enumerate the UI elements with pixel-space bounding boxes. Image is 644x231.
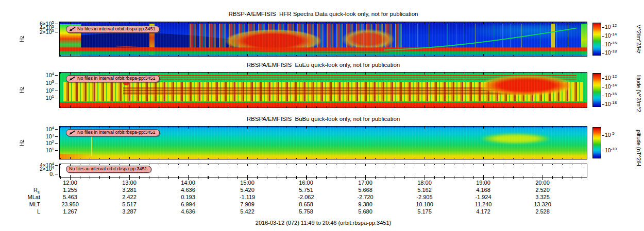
ephemeris-row-values: 1.2553.2814.6365.4205.7515.6685.1624.168… [59,187,587,194]
colorbar-ticks-eueu: 10-1210-1410-1610-18 [602,73,632,107]
y-axis-title-hz: Hz [19,22,26,57]
figure-footer: 2016-03-12 (072) 11:49 to 20:46 (orbit:r… [59,220,587,226]
ephemeris-value: 7.909 [217,201,277,207]
spectrogram-eueu: No files in interval orbit:rbspa-pp:3451 [59,72,587,108]
colorbar-hfr [592,23,601,56]
y-tick-label: 103 [46,133,58,139]
time-tick-label: 13:00 [99,180,159,186]
time-tick-label: 20:00 [513,180,572,186]
colorbar-tick-label: 10-12 [602,24,617,30]
y-tick-label: 2×105 [40,29,58,35]
ephemeris-value: -1.119 [217,194,277,200]
ephemeris-value: 9.380 [335,201,395,207]
badge-text: No files in interval orbit:rbspa-pp:3451 [77,76,156,81]
badge-text: No files in interval orbit:rbspa-pp:3451 [69,166,147,172]
ephemeris-value: -2.720 [335,194,395,200]
colorbar-eueu [592,73,601,107]
emfisis-quicklook-figure: RBSP-A/EMFISIS HFR Spectra Data quick-lo… [0,0,644,231]
ephemeris-value: 5.463 [40,194,100,200]
colorbar-tick-label: 10-18 [602,49,617,56]
ephemeris-value: 8.658 [276,201,336,207]
ephemeris-row: L 1.2673.2874.6365.4225.7585.6805.1754.1… [0,208,644,216]
y-axis-title-hz: Hz [19,126,26,159]
time-tick-label: 17:00 [335,180,395,186]
y-tick-label: 104 [46,72,58,78]
ephemeris-value: 5.175 [395,208,454,215]
y-tick-label: 103 [46,80,58,86]
colorbar-unit-hfr: V^2/m^2/Hz [634,22,642,57]
y-tick-label: 102 [46,87,58,94]
badge-text: No files in interval orbit:rbspa-pp:3451 [77,130,156,135]
ephemeris-row-values: 5.4632.4220.193-1.119-2.062-2.720-2.905-… [59,194,587,201]
colorbar-unit-bubu: plitude (nT^2/H [634,123,642,172]
panel-title-bubu: RBSPA/EMFISIS BuBu quick-look only, not … [59,116,587,122]
no-files-badge: No files in interval orbit:rbspa-pp:3451 [66,129,160,136]
no-files-badge: No files in interval orbit:rbspa-pp:3451 [66,75,160,82]
y-tick-label: 101 [46,95,58,101]
ephemeris-value: 4.172 [453,208,513,215]
ephemeris-value: 2.528 [513,208,572,215]
colorbar-bubu [592,127,601,158]
time-axis-labels: 12:0013:0014:0015:0016:0017:0018:0019:00… [59,180,587,186]
ephemeris-value: 10.180 [395,201,454,207]
ephemeris-value: 3.325 [513,194,572,200]
ephemeris-row: MLT 23.9505.5176.9947.9098.6589.38010.18… [0,201,644,208]
annotation-arrow-icon [69,76,76,81]
ephemeris-value: 2.520 [513,187,572,193]
ephemeris-row-label: L [0,208,40,215]
ephemeris-row-values: 1.2673.2874.6365.4225.7585.6805.1754.172… [59,208,587,216]
y-tick-label: 104 [46,126,58,132]
badge-text: No files in interval orbit:rbspa-pp:3451 [77,26,156,32]
ephemeris-value: 5.517 [99,201,159,207]
ephemeris-row-label: MLT [0,201,40,207]
ephemeris-value: 3.287 [99,208,159,215]
ephemeris-value: 5.680 [335,208,395,215]
ephemeris-row-label: MLat [0,194,40,200]
colorbar-tick-label: 10-12 [602,75,617,81]
empty-data-panel: No files in interval orbit:rbspa-pp:3451 [59,164,587,177]
colorbar-unit-eueu: litude (V^2/m^2 [634,69,642,118]
colorbar-tick-label: 10-10 [602,147,617,153]
colorbar-tick-label: 10-16 [602,41,617,47]
y-axis-title-hz: Hz [19,72,26,108]
ephemeris-value: -2.062 [276,194,336,200]
time-tick-label: 12:00 [40,180,100,186]
colorbar-tick-label: 10-18 [602,101,617,107]
no-files-badge: No files in interval orbit:rbspa-pp:3451 [66,166,151,173]
y-tick-label: 102 [46,140,58,146]
y-axis-empty-panel: 4×1042×1040. [15,164,58,177]
colorbar-tick-label: 10-14 [602,32,617,39]
ephemeris-value: 4.636 [158,187,218,193]
ephemeris-value: 11.240 [453,201,513,207]
ephemeris-value: 13.320 [513,201,572,207]
ephemeris-row: MLat 5.4632.4220.193-1.119-2.062-2.720-2… [0,194,644,201]
spectrogram-hfr: No files in interval orbit:rbspa-pp:3451 [59,22,587,57]
ephemeris-value: 1.255 [40,187,100,193]
spectrogram-bubu: No files in interval orbit:rbspa-pp:3451 [59,126,587,159]
annotation-arrow-icon [69,27,76,31]
y-tick-label: 101 [46,147,58,153]
ephemeris-value: 6.994 [158,201,218,207]
y-tick-label: 0. [49,171,58,177]
ephemeris-value: 5.668 [335,187,395,193]
ephemeris-row-label: RE [0,187,40,193]
ephemeris-value: 5.422 [217,208,277,215]
panel-title-eueu: RBSPA/EMFISIS EuEu quick-look only, not … [59,62,587,68]
no-files-badge: No files in interval orbit:rbspa-pp:3451 [66,26,160,33]
ephemeris-value: 3.281 [99,187,159,193]
time-tick-label: 19:00 [453,180,513,186]
colorbar-ticks-bubu: 10-510-10 [602,127,632,158]
ephemeris-value: 5.758 [276,208,336,215]
colorbar-tick-label: 10-16 [602,92,617,98]
ephemeris-value: 0.193 [158,194,218,200]
ephemeris-value: 4.636 [158,208,218,215]
ephemeris-value: 5.162 [395,187,454,193]
time-tick-label: 14:00 [158,180,218,186]
ephemeris-value: 5.751 [276,187,336,193]
ephemeris-table: RE 1.2553.2814.6365.4205.7515.6685.1624.… [0,187,644,216]
ephemeris-row-values: 23.9505.5176.9947.9098.6589.38010.18011.… [59,201,587,208]
colorbar-ticks-hfr: 10-1210-1410-1610-18 [602,23,632,56]
colorbar-tick-label: 10-5 [602,132,615,138]
annotation-arrow-icon [69,130,76,135]
time-tick-label: 16:00 [276,180,336,186]
